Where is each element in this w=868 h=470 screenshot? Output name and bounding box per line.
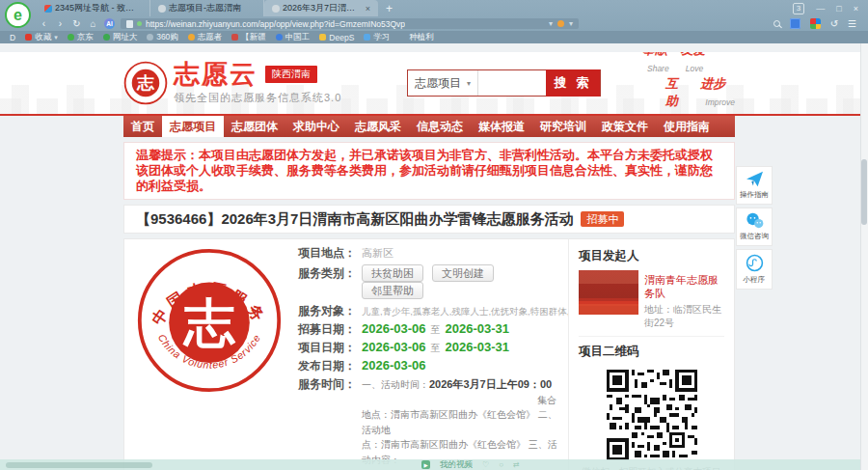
browser-chrome: e 2345网址导航 - 致力于打 志愿项目-志愿渭南 2026年3月7日渭南市… (0, 0, 868, 43)
sponsor-address: 地址：临渭区民生街22号 (644, 303, 724, 330)
slogan-en: Improve (705, 97, 735, 107)
reader-caret-icon[interactable]: ▾ (549, 19, 553, 28)
page-info-icon[interactable] (126, 20, 133, 28)
minimize-button[interactable]: — (816, 4, 825, 14)
close-button[interactable]: × (854, 4, 858, 14)
nav-guide[interactable]: 使用指南 (656, 116, 718, 137)
bookmark-favicon (231, 34, 238, 41)
detail-row-recruit-date: 招募日期： 2026-03-06 至 2026-03-31 (298, 322, 562, 336)
extension-caret-icon[interactable]: ▾ (569, 19, 573, 28)
address-bar[interactable]: https://weinan.zhiyuanyun.com/app/opp/vi… (121, 18, 579, 29)
back-icon[interactable]: ‹ (39, 17, 49, 30)
nav-news[interactable]: 信息动态 (409, 116, 471, 137)
bookmark-item[interactable]: 中国工 (276, 32, 311, 43)
bookmark-item[interactable]: 360购 (147, 32, 178, 43)
sponsor-heading: 项目发起人 (579, 245, 724, 270)
bookmark-item[interactable]: DeepS (319, 33, 354, 42)
bookmark-item[interactable]: 网址大 (103, 32, 138, 43)
bookmark-item[interactable]: 学习 (364, 32, 390, 43)
search-category-dropdown[interactable]: 志愿项目 ▾ (408, 70, 478, 96)
tab-count-badge[interactable]: 3 (793, 3, 804, 14)
detail-row-publish-date: 发布日期： 2026-03-06 (298, 359, 562, 373)
star-icon (25, 34, 32, 41)
category-tag[interactable]: 文明创建 (432, 264, 494, 282)
ai-assistant-button[interactable]: AI (104, 18, 115, 29)
home-icon[interactable]: ⌂ (88, 17, 98, 30)
detail-row-service-time: 服务时间： 一、活动时间：2026年3月7日上午09：00 集合 地点：渭南市高… (298, 377, 562, 470)
service-time-text: 一、活动时间：2026年3月7日上午09：00 集合 地点：渭南市高新区阳曲办《… (362, 377, 562, 470)
bookmark-favorites[interactable]: 收藏▾ (25, 32, 58, 43)
toolbar-right-icons: ↺ ☰ (773, 18, 858, 29)
tab-close-icon[interactable]: × (366, 4, 370, 14)
refresh-icon[interactable]: ↻ (71, 17, 82, 30)
search-input[interactable] (478, 70, 546, 96)
address-bar-actions: ▾ ▾ (549, 19, 573, 28)
search-icon[interactable] (773, 20, 780, 27)
url-text[interactable]: https://weinan.zhiyuanyun.com/app/opp/vi… (146, 19, 405, 29)
bookmark-item[interactable]: 志愿者 (188, 32, 223, 43)
sponsor-photo[interactable] (579, 270, 638, 315)
operation-guide-button[interactable]: 操作指南 (736, 166, 773, 205)
heart-icon[interactable]: ♡ (482, 460, 489, 469)
bookmark-favicon (188, 34, 195, 41)
my-video-label[interactable]: 我的视频 (440, 459, 473, 470)
wechat-consult-button[interactable]: 微信咨询 (736, 207, 773, 246)
nav-home[interactable]: 首页 (123, 116, 162, 137)
status-badge: 招募中 (581, 211, 624, 227)
mini-program-icon (746, 254, 764, 272)
nav-policy[interactable]: 政策文件 (594, 116, 656, 137)
folder-icon (364, 34, 370, 41)
scrollbar-thumb[interactable] (861, 159, 867, 225)
play-icon[interactable]: ▶ (421, 460, 430, 469)
maximize-button[interactable]: □ (836, 4, 841, 14)
browser-window: e 2345网址导航 - 致力于打 志愿项目-志愿渭南 2026年3月7日渭南市… (0, 0, 868, 470)
browser-tab-2[interactable]: 志愿项目-志愿渭南 (150, 0, 264, 16)
nav-help-center[interactable]: 求助中心 (285, 116, 347, 137)
region-badge: 陕西渭南 (265, 66, 317, 83)
menu-icon[interactable]: ☰ (848, 18, 856, 29)
slogan-cn: 友爱 (681, 52, 706, 57)
site-header: 志 志愿云 陕西渭南 领先全国的志愿服务信息系统3.0 志愿项目 ▾ 搜 索 (0, 52, 868, 116)
nav-showcase[interactable]: 志愿风采 (347, 116, 409, 137)
swap-icon[interactable]: ⇄ (513, 460, 520, 469)
mini-program-button[interactable]: 小程序 (736, 249, 773, 290)
slogan-cn: 进步 (700, 76, 725, 91)
slogan-en: Help (670, 115, 687, 117)
browser-tab-1[interactable]: 2345网址导航 - 致力于打 (37, 0, 150, 16)
extensions-grid-icon[interactable] (810, 18, 821, 29)
site-logo[interactable]: 志 (123, 61, 168, 105)
apps-icon[interactable] (790, 18, 800, 29)
china-volunteer-service-logo: 中国志愿服务 志 China Volunteer Service (136, 247, 283, 394)
circle-icon[interactable]: ○ (499, 460, 503, 469)
slogan-en: Love (686, 64, 703, 73)
nav-media[interactable]: 媒体报道 (471, 116, 532, 137)
category-tag[interactable]: 邻里帮助 (362, 282, 423, 299)
audience-value: 儿童,青少年,孤寡老人,残障人士,优抚对象,特困群体,其他 (362, 305, 568, 318)
bookmark-item[interactable]: 【新疆 (231, 32, 266, 43)
slogans: 奉献Share 友爱Love 互助Help 进步Improve (642, 52, 735, 116)
undo-icon[interactable]: ↺ (830, 18, 838, 29)
location-value: 高新区 (362, 247, 393, 260)
new-tab-button[interactable]: + (386, 2, 393, 16)
secure-site-icon (137, 21, 142, 26)
chevron-down-icon: ▾ (467, 79, 471, 88)
bookmark-favicon (147, 34, 153, 41)
sponsor-name-link[interactable]: 渭南青年志愿服务队 (644, 273, 724, 300)
category-tag[interactable]: 扶贫助困 (362, 264, 423, 282)
scrollbar[interactable] (860, 43, 868, 470)
forward-icon[interactable]: › (55, 17, 66, 30)
bookmark-item[interactable]: 京东 (68, 32, 94, 43)
detail-row-audience: 服务对象： 儿童,青少年,孤寡老人,残障人士,优抚对象,特困群体,其他 (298, 305, 562, 318)
nav-training[interactable]: 研究培训 (532, 116, 594, 137)
site-name[interactable]: 志愿云 (174, 61, 258, 88)
browser-menu-logo[interactable]: e (5, 2, 31, 28)
bookmark-item[interactable]: 种植利 (399, 32, 434, 43)
nav-groups[interactable]: 志愿团体 (224, 116, 285, 137)
nav-projects-active[interactable]: 志愿项目 (162, 116, 224, 137)
slogan-cn: 奉献 (642, 52, 667, 57)
browser-tab-3-active[interactable]: 2026年3月7日渭南市高新 × (264, 0, 378, 16)
chevron-down-icon: ▾ (54, 34, 58, 41)
extension-icon[interactable] (557, 20, 564, 27)
project-detail-panel: 中国志愿服务 志 China Volunteer Service 项目地点： 高… (123, 238, 735, 470)
search-button[interactable]: 搜 索 (546, 69, 600, 97)
